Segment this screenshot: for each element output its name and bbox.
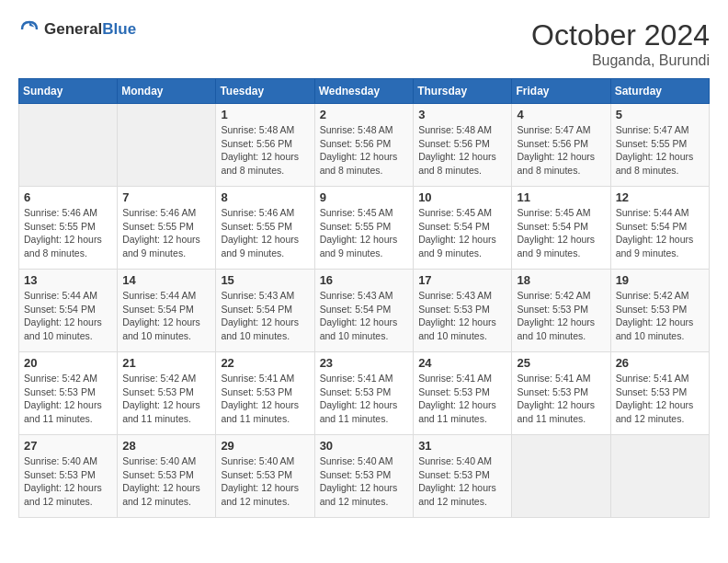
calendar-header-thursday: Thursday: [414, 79, 512, 104]
day-number: 8: [221, 190, 309, 204]
calendar-cell: 27Sunrise: 5:40 AM Sunset: 5:53 PM Dayli…: [19, 435, 118, 518]
day-number: 20: [24, 356, 112, 370]
calendar-cell: 1Sunrise: 5:48 AM Sunset: 5:56 PM Daylig…: [216, 104, 314, 187]
day-number: 18: [517, 273, 605, 287]
day-info: Sunrise: 5:46 AM Sunset: 5:55 PM Dayligh…: [122, 206, 210, 260]
day-number: 10: [418, 190, 506, 204]
day-info: Sunrise: 5:42 AM Sunset: 5:53 PM Dayligh…: [616, 289, 704, 343]
day-number: 14: [122, 273, 210, 287]
day-info: Sunrise: 5:41 AM Sunset: 5:53 PM Dayligh…: [320, 372, 409, 426]
day-info: Sunrise: 5:47 AM Sunset: 5:56 PM Dayligh…: [517, 123, 605, 178]
calendar-cell: 6Sunrise: 5:46 AM Sunset: 5:55 PM Daylig…: [19, 187, 118, 270]
calendar-cell: 14Sunrise: 5:44 AM Sunset: 5:54 PM Dayli…: [118, 270, 216, 352]
title-block: October 2024 Buganda, Burundi: [531, 18, 710, 69]
calendar-cell: 12Sunrise: 5:44 AM Sunset: 5:54 PM Dayli…: [610, 187, 709, 270]
calendar-header-row: SundayMondayTuesdayWednesdayThursdayFrid…: [19, 79, 710, 104]
calendar-cell: 31Sunrise: 5:40 AM Sunset: 5:53 PM Dayli…: [414, 435, 512, 518]
calendar-row-2: 13Sunrise: 5:44 AM Sunset: 5:54 PM Dayli…: [19, 270, 710, 352]
day-number: 13: [24, 273, 112, 287]
day-info: Sunrise: 5:43 AM Sunset: 5:53 PM Dayligh…: [418, 289, 506, 343]
day-info: Sunrise: 5:45 AM Sunset: 5:54 PM Dayligh…: [418, 206, 506, 260]
calendar-cell: 22Sunrise: 5:41 AM Sunset: 5:53 PM Dayli…: [216, 352, 314, 435]
day-info: Sunrise: 5:44 AM Sunset: 5:54 PM Dayligh…: [24, 289, 112, 343]
day-number: 23: [320, 356, 409, 370]
day-number: 29: [221, 439, 309, 453]
day-info: Sunrise: 5:40 AM Sunset: 5:53 PM Dayligh…: [320, 454, 409, 509]
day-number: 12: [616, 190, 704, 204]
location: Buganda, Burundi: [531, 52, 710, 69]
day-number: 22: [221, 356, 309, 370]
day-info: Sunrise: 5:45 AM Sunset: 5:55 PM Dayligh…: [320, 206, 409, 260]
calendar-cell: 8Sunrise: 5:46 AM Sunset: 5:55 PM Daylig…: [216, 187, 314, 270]
day-number: 1: [221, 108, 309, 121]
day-info: Sunrise: 5:41 AM Sunset: 5:53 PM Dayligh…: [517, 372, 605, 426]
day-info: Sunrise: 5:42 AM Sunset: 5:53 PM Dayligh…: [517, 289, 605, 343]
calendar-cell: [118, 104, 216, 187]
day-number: 5: [616, 108, 704, 121]
day-number: 7: [122, 190, 210, 204]
calendar-cell: [512, 435, 610, 518]
calendar-cell: 2Sunrise: 5:48 AM Sunset: 5:56 PM Daylig…: [314, 104, 414, 187]
day-number: 3: [418, 108, 506, 121]
day-number: 4: [517, 108, 605, 121]
day-info: Sunrise: 5:45 AM Sunset: 5:54 PM Dayligh…: [517, 206, 605, 260]
calendar-cell: 5Sunrise: 5:47 AM Sunset: 5:55 PM Daylig…: [610, 104, 709, 187]
day-number: 2: [320, 108, 409, 121]
calendar-cell: 3Sunrise: 5:48 AM Sunset: 5:56 PM Daylig…: [414, 104, 512, 187]
day-info: Sunrise: 5:40 AM Sunset: 5:53 PM Dayligh…: [221, 454, 309, 509]
day-number: 26: [616, 356, 704, 370]
day-number: 19: [616, 273, 704, 287]
day-info: Sunrise: 5:44 AM Sunset: 5:54 PM Dayligh…: [122, 289, 210, 343]
day-info: Sunrise: 5:40 AM Sunset: 5:53 PM Dayligh…: [122, 454, 210, 509]
calendar-row-4: 27Sunrise: 5:40 AM Sunset: 5:53 PM Dayli…: [19, 435, 710, 518]
calendar-header-sunday: Sunday: [19, 79, 118, 104]
calendar-cell: [19, 104, 118, 187]
page-header: GeneralBlue October 2024 Buganda, Burund…: [18, 18, 710, 69]
day-number: 24: [418, 356, 506, 370]
day-info: Sunrise: 5:40 AM Sunset: 5:53 PM Dayligh…: [24, 454, 112, 509]
day-info: Sunrise: 5:48 AM Sunset: 5:56 PM Dayligh…: [221, 123, 309, 178]
day-number: 9: [320, 190, 409, 204]
day-number: 25: [517, 356, 605, 370]
calendar-row-1: 6Sunrise: 5:46 AM Sunset: 5:55 PM Daylig…: [19, 187, 710, 270]
day-info: Sunrise: 5:42 AM Sunset: 5:53 PM Dayligh…: [122, 372, 210, 426]
logo-text-blue: Blue: [102, 20, 136, 38]
calendar-cell: 17Sunrise: 5:43 AM Sunset: 5:53 PM Dayli…: [414, 270, 512, 352]
calendar-cell: 15Sunrise: 5:43 AM Sunset: 5:54 PM Dayli…: [216, 270, 314, 352]
calendar-cell: 16Sunrise: 5:43 AM Sunset: 5:54 PM Dayli…: [314, 270, 414, 352]
calendar-cell: 7Sunrise: 5:46 AM Sunset: 5:55 PM Daylig…: [118, 187, 216, 270]
calendar-header-monday: Monday: [118, 79, 216, 104]
calendar-cell: 25Sunrise: 5:41 AM Sunset: 5:53 PM Dayli…: [512, 352, 610, 435]
month-year: October 2024: [531, 18, 710, 52]
calendar-cell: 13Sunrise: 5:44 AM Sunset: 5:54 PM Dayli…: [19, 270, 118, 352]
day-number: 15: [221, 273, 309, 287]
calendar-table: SundayMondayTuesdayWednesdayThursdayFrid…: [18, 78, 710, 518]
day-info: Sunrise: 5:40 AM Sunset: 5:53 PM Dayligh…: [418, 454, 506, 509]
day-number: 16: [320, 273, 409, 287]
day-number: 30: [320, 439, 409, 453]
day-info: Sunrise: 5:48 AM Sunset: 5:56 PM Dayligh…: [418, 123, 506, 178]
calendar-cell: 18Sunrise: 5:42 AM Sunset: 5:53 PM Dayli…: [512, 270, 610, 352]
calendar-cell: 21Sunrise: 5:42 AM Sunset: 5:53 PM Dayli…: [118, 352, 216, 435]
day-number: 27: [24, 439, 112, 453]
day-info: Sunrise: 5:43 AM Sunset: 5:54 PM Dayligh…: [221, 289, 309, 343]
day-info: Sunrise: 5:44 AM Sunset: 5:54 PM Dayligh…: [616, 206, 704, 260]
logo: GeneralBlue: [18, 18, 136, 40]
day-number: 17: [418, 273, 506, 287]
calendar-cell: 28Sunrise: 5:40 AM Sunset: 5:53 PM Dayli…: [118, 435, 216, 518]
calendar-cell: [610, 435, 709, 518]
calendar-cell: 11Sunrise: 5:45 AM Sunset: 5:54 PM Dayli…: [512, 187, 610, 270]
calendar-header-wednesday: Wednesday: [314, 79, 414, 104]
calendar-cell: 9Sunrise: 5:45 AM Sunset: 5:55 PM Daylig…: [314, 187, 414, 270]
day-info: Sunrise: 5:42 AM Sunset: 5:53 PM Dayligh…: [24, 372, 112, 426]
day-number: 11: [517, 190, 605, 204]
calendar-cell: 20Sunrise: 5:42 AM Sunset: 5:53 PM Dayli…: [19, 352, 118, 435]
day-info: Sunrise: 5:46 AM Sunset: 5:55 PM Dayligh…: [221, 206, 309, 260]
calendar-cell: 26Sunrise: 5:41 AM Sunset: 5:53 PM Dayli…: [610, 352, 709, 435]
day-info: Sunrise: 5:48 AM Sunset: 5:56 PM Dayligh…: [320, 123, 409, 178]
calendar-cell: 19Sunrise: 5:42 AM Sunset: 5:53 PM Dayli…: [610, 270, 709, 352]
calendar-cell: 30Sunrise: 5:40 AM Sunset: 5:53 PM Dayli…: [314, 435, 414, 518]
day-info: Sunrise: 5:41 AM Sunset: 5:53 PM Dayligh…: [616, 372, 704, 426]
day-info: Sunrise: 5:46 AM Sunset: 5:55 PM Dayligh…: [24, 206, 112, 260]
calendar-cell: 10Sunrise: 5:45 AM Sunset: 5:54 PM Dayli…: [414, 187, 512, 270]
